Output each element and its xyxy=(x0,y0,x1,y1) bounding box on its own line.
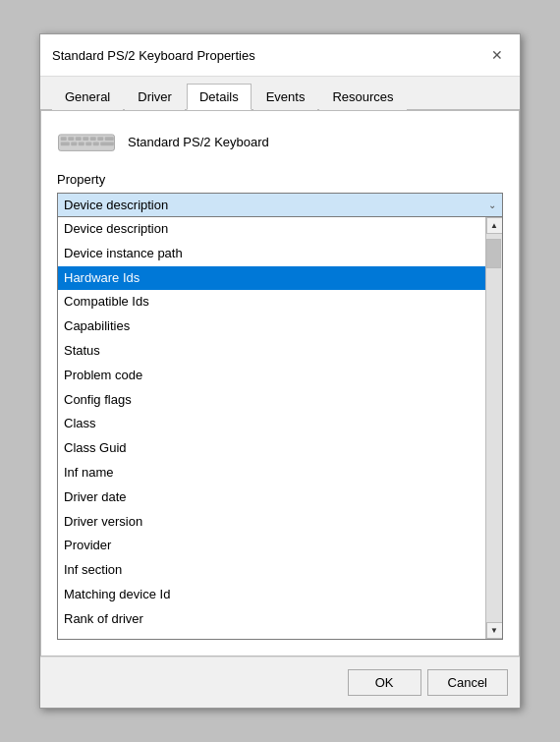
buttons-row: OK Cancel xyxy=(40,656,520,708)
property-label: Property xyxy=(57,172,503,187)
list-item[interactable]: Rank of driver xyxy=(58,607,485,632)
scroll-down-arrow[interactable]: ▼ xyxy=(486,622,503,639)
list-item[interactable]: Device description xyxy=(58,217,485,242)
svg-rect-6 xyxy=(97,137,103,141)
list-item[interactable]: Class Guid xyxy=(58,436,485,461)
svg-rect-4 xyxy=(83,137,88,141)
svg-rect-13 xyxy=(100,142,114,145)
list-item[interactable]: Config flags xyxy=(58,388,485,413)
title-bar: Standard PS/2 Keyboard Properties ✕ xyxy=(40,34,520,77)
property-list-container: Device description Device instance path … xyxy=(57,217,503,640)
tab-driver[interactable]: Driver xyxy=(125,84,185,110)
ok-button[interactable]: OK xyxy=(348,669,421,696)
svg-rect-10 xyxy=(79,142,84,145)
tab-resources[interactable]: Resources xyxy=(319,84,406,110)
list-item[interactable]: Service xyxy=(58,632,485,639)
window-title: Standard PS/2 Keyboard Properties xyxy=(52,48,255,63)
svg-rect-5 xyxy=(90,137,96,141)
tab-events[interactable]: Events xyxy=(253,84,318,110)
list-item[interactable]: Provider xyxy=(58,534,485,558)
list-item[interactable]: Problem code xyxy=(58,364,485,388)
properties-window: Standard PS/2 Keyboard Properties ✕ Gene… xyxy=(39,33,521,709)
scroll-thumb[interactable] xyxy=(486,239,501,268)
tab-general[interactable]: General xyxy=(52,84,123,110)
svg-rect-8 xyxy=(61,142,70,145)
list-item-selected[interactable]: Hardware Ids xyxy=(58,266,485,291)
list-item[interactable]: Capabilities xyxy=(58,314,485,339)
list-item[interactable]: Matching device Id xyxy=(58,583,485,607)
svg-rect-7 xyxy=(105,137,114,141)
scrollbar[interactable]: ▲ ▼ xyxy=(485,217,502,639)
list-item[interactable]: Inf section xyxy=(58,558,485,583)
list-item[interactable]: Driver version xyxy=(58,510,485,535)
property-list: Device description Device instance path … xyxy=(58,217,485,639)
close-button[interactable]: ✕ xyxy=(486,44,508,66)
tab-details[interactable]: Details xyxy=(187,84,252,110)
tab-bar: General Driver Details Events Resources xyxy=(40,77,520,110)
device-name-label: Standard PS/2 Keyboard xyxy=(128,135,269,149)
svg-rect-12 xyxy=(93,142,99,145)
svg-rect-11 xyxy=(85,142,91,145)
dropdown-arrow-icon: ⌄ xyxy=(488,200,496,210)
dropdown-selected-text: Device description xyxy=(64,198,168,212)
cancel-button[interactable]: Cancel xyxy=(427,669,508,696)
list-item[interactable]: Driver date xyxy=(58,485,485,510)
list-item[interactable]: Status xyxy=(58,339,485,364)
device-header: Standard PS/2 Keyboard xyxy=(57,127,503,156)
keyboard-icon xyxy=(57,127,116,156)
list-item[interactable]: Class xyxy=(58,412,485,436)
scroll-up-arrow[interactable]: ▲ xyxy=(486,217,503,234)
list-item[interactable]: Inf name xyxy=(58,461,485,485)
svg-rect-3 xyxy=(76,137,82,141)
svg-rect-9 xyxy=(71,142,77,145)
list-item[interactable]: Compatible Ids xyxy=(58,290,485,314)
property-dropdown[interactable]: Device description ⌄ xyxy=(57,193,503,217)
svg-rect-2 xyxy=(68,137,74,141)
scroll-track[interactable] xyxy=(486,234,502,622)
list-item[interactable]: Device instance path xyxy=(58,242,485,266)
svg-rect-1 xyxy=(61,137,67,141)
tab-content: Standard PS/2 Keyboard Property Device d… xyxy=(40,110,520,656)
